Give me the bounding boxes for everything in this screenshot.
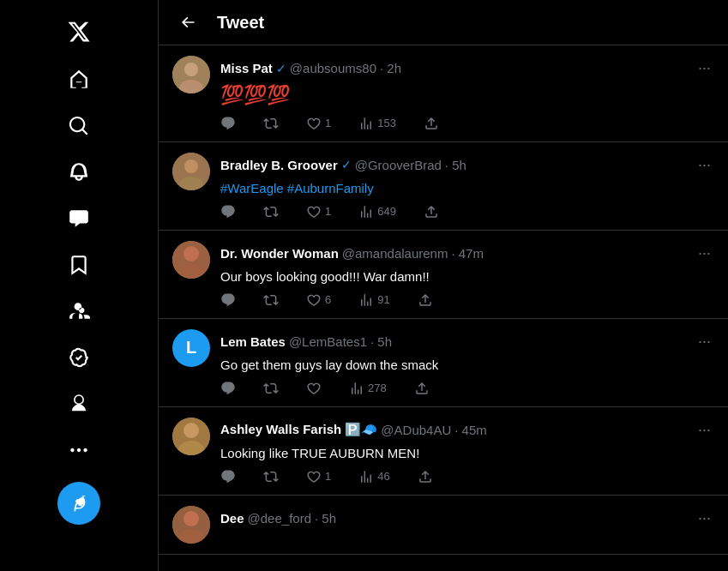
- avatar: [172, 418, 210, 455]
- views-button[interactable]: 649: [358, 204, 396, 219]
- like-count: 1: [325, 470, 331, 483]
- tweet-row[interactable]: Miss Pat ✓ @aubsoums80 · 2h ··· 💯💯💯: [159, 45, 728, 142]
- like-button[interactable]: [306, 381, 322, 396]
- author-name: Dee: [220, 511, 244, 526]
- more-nav[interactable]: [57, 429, 100, 472]
- svg-point-14: [184, 511, 199, 526]
- avatar: [172, 241, 210, 279]
- author-name: Lem Bates: [220, 334, 286, 349]
- tweet-time: · 5h: [445, 158, 466, 172]
- verified-nav[interactable]: [57, 336, 100, 379]
- views-count: 649: [377, 205, 396, 218]
- views-button[interactable]: 278: [349, 381, 387, 396]
- avatar: L: [172, 329, 210, 367]
- tweet-row[interactable]: L Lem Bates @LemBates1 · 5h ··· Go get t…: [159, 319, 728, 407]
- share-button[interactable]: [424, 116, 439, 131]
- like-button[interactable]: 1: [306, 469, 331, 484]
- like-button[interactable]: 6: [306, 292, 331, 308]
- author-handle: @aubsoums80: [290, 61, 376, 75]
- avatar: [172, 56, 210, 93]
- tweet-content: #WarEagle #AuburnFamily: [220, 179, 714, 197]
- retweet-button[interactable]: [263, 469, 279, 484]
- communities-nav[interactable]: [57, 290, 100, 333]
- main-content: Tweet Miss Pat ✓ @aubsoums80 · 2h: [159, 0, 728, 571]
- author-handle: @GrooverBrad: [355, 158, 442, 172]
- like-count: 1: [325, 117, 331, 129]
- author-handle: @LemBates1: [289, 334, 367, 349]
- like-button[interactable]: 1: [306, 204, 331, 219]
- reply-button[interactable]: [220, 292, 236, 308]
- share-button[interactable]: [414, 381, 430, 396]
- page-title: Tweet: [217, 13, 264, 33]
- views-button[interactable]: 153: [358, 116, 396, 131]
- tweet-row[interactable]: Ashley Walls Farish 🅿️🧢 @ADub4AU · 45m ·…: [159, 407, 728, 496]
- tweet-row[interactable]: Bradley B. Groover ✓ @GrooverBrad · 5h ·…: [159, 142, 728, 231]
- views-count: 91: [377, 293, 389, 306]
- tweet-time: · 47m: [451, 246, 484, 261]
- messages-nav[interactable]: [57, 197, 100, 240]
- home-nav[interactable]: [57, 58, 100, 101]
- author-handle: @ADub4AU: [381, 423, 451, 437]
- bookmarks-nav[interactable]: [57, 243, 100, 286]
- views-button[interactable]: 46: [358, 469, 389, 484]
- compose-button[interactable]: ✎: [57, 482, 100, 525]
- tweet-content: Looking like TRUE AUBURN MEN!: [220, 444, 714, 462]
- avatar: [172, 153, 210, 190]
- more-options-button[interactable]: ···: [695, 241, 714, 266]
- more-options-button[interactable]: ···: [695, 153, 714, 177]
- tweet-body: Dr. Wonder Woman @amandalaurenm · 47m ··…: [220, 241, 714, 308]
- tweet-time: · 5h: [370, 334, 392, 349]
- share-button[interactable]: [418, 292, 433, 308]
- avatar: [172, 506, 210, 544]
- tweet-body: Ashley Walls Farish 🅿️🧢 @ADub4AU · 45m ·…: [220, 418, 714, 484]
- retweet-button[interactable]: [263, 381, 279, 396]
- svg-point-2: [184, 63, 198, 76]
- notifications-nav[interactable]: [57, 151, 100, 194]
- search-nav[interactable]: [57, 105, 100, 147]
- retweet-button[interactable]: [263, 292, 279, 308]
- tweet-actions: 278: [220, 381, 714, 396]
- tweet-body: Miss Pat ✓ @aubsoums80 · 2h ··· 💯💯💯: [220, 56, 714, 131]
- tweet-content: 💯💯💯: [220, 82, 714, 109]
- reply-button[interactable]: [220, 116, 236, 131]
- views-count: 278: [368, 382, 387, 394]
- views-button[interactable]: 91: [358, 292, 389, 308]
- tweet-row[interactable]: Dr. Wonder Woman @amandalaurenm · 47m ··…: [159, 231, 728, 319]
- more-options-button[interactable]: ···: [695, 418, 714, 442]
- like-count: 1: [325, 205, 331, 218]
- tweet-content: Our boys looking good!!! War damn!!: [220, 267, 714, 286]
- twitter-logo[interactable]: [57, 10, 100, 53]
- retweet-button[interactable]: [263, 204, 279, 219]
- tweet-body: Dee @dee_ford · 5h ···: [220, 506, 714, 544]
- more-options-button[interactable]: ···: [695, 56, 714, 81]
- more-options-button[interactable]: ···: [695, 506, 714, 531]
- share-button[interactable]: [424, 204, 439, 219]
- views-count: 46: [377, 470, 389, 483]
- reply-button[interactable]: [220, 381, 236, 396]
- like-button[interactable]: 1: [306, 116, 331, 131]
- reply-button[interactable]: [220, 469, 236, 484]
- tweet-actions: 1 153: [220, 116, 714, 131]
- retweet-button[interactable]: [263, 116, 279, 131]
- author-name: Ashley Walls Farish 🅿️🧢: [220, 422, 377, 437]
- back-button[interactable]: [172, 7, 203, 38]
- share-button[interactable]: [418, 469, 433, 484]
- reply-button[interactable]: [220, 204, 236, 219]
- tweet-actions: 1 649: [220, 204, 714, 219]
- svg-point-11: [184, 423, 199, 438]
- profile-nav[interactable]: [57, 382, 100, 425]
- tweet-content: Go get them guys lay down the smack: [220, 356, 714, 374]
- more-options-button[interactable]: ···: [695, 329, 714, 354]
- tweet-body: Bradley B. Groover ✓ @GrooverBrad · 5h ·…: [220, 153, 714, 219]
- views-count: 153: [377, 117, 396, 129]
- author-name: Miss Pat: [220, 61, 273, 75]
- tweet-body: Lem Bates @LemBates1 · 5h ··· Go get the…: [220, 329, 714, 396]
- verified-badge: ✓: [276, 62, 286, 75]
- tweet-time: · 5h: [315, 511, 336, 526]
- tweet-header: Tweet: [159, 0, 728, 45]
- tweet-actions: 6 91: [220, 292, 714, 308]
- tweet-row[interactable]: Dee @dee_ford · 5h ···: [159, 496, 728, 555]
- author-handle: @amandalaurenm: [342, 246, 448, 261]
- sidebar: ✎: [0, 0, 159, 571]
- tweet-time: · 2h: [380, 61, 401, 75]
